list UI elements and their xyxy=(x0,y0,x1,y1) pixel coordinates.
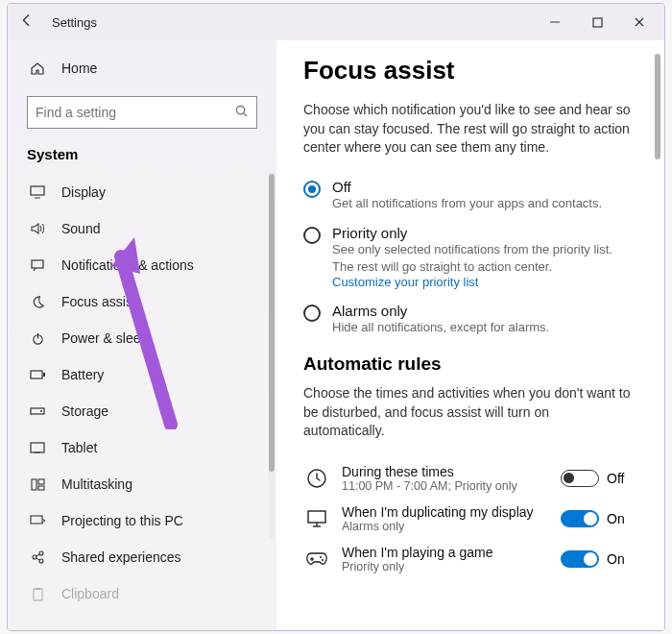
rule-subtitle: Priority only xyxy=(342,560,561,573)
rule-toggle-label: On xyxy=(607,511,634,526)
rule-duplicating-display[interactable]: When I'm duplicating my display Alarms o… xyxy=(303,499,634,539)
sidebar-item-label: Projecting to this PC xyxy=(61,513,183,528)
svg-point-12 xyxy=(40,410,42,412)
svg-rect-10 xyxy=(43,373,45,377)
sidebar-item-label: Focus assist xyxy=(61,294,136,309)
sidebar-home[interactable]: Home xyxy=(8,50,276,86)
rule-toggle-label: On xyxy=(607,551,634,567)
svg-rect-9 xyxy=(31,371,42,378)
search-box[interactable] xyxy=(27,96,257,129)
rule-during-times[interactable]: During these times 11:00 PM - 7:00 AM; P… xyxy=(303,458,634,499)
sidebar-item-label: Battery xyxy=(61,367,104,382)
svg-line-22 xyxy=(36,554,39,556)
sidebar-item-tablet[interactable]: Tablet xyxy=(8,429,276,466)
radio-off[interactable]: Off Get all notifications from your apps… xyxy=(303,175,634,222)
automatic-rules-intro: Choose the times and activities when you… xyxy=(303,384,634,441)
sidebar-scrollbar-thumb[interactable] xyxy=(269,174,275,472)
back-button[interactable] xyxy=(15,13,36,31)
svg-rect-16 xyxy=(38,479,44,484)
monitor-icon xyxy=(303,505,330,532)
rule-toggle-label: Off xyxy=(607,471,634,486)
svg-point-34 xyxy=(322,559,324,561)
rule-title: During these times xyxy=(342,464,561,479)
rule-toggle[interactable] xyxy=(561,550,599,568)
sidebar-item-label: Notifications & actions xyxy=(61,257,194,273)
sidebar: Home System Display Sound xyxy=(8,40,276,630)
radio-button-icon xyxy=(303,305,321,322)
projecting-icon xyxy=(27,515,48,527)
svg-rect-28 xyxy=(308,511,325,523)
svg-point-33 xyxy=(320,556,322,558)
gamepad-icon xyxy=(303,546,330,573)
rule-toggle[interactable] xyxy=(561,510,599,527)
svg-rect-15 xyxy=(32,479,36,490)
radio-button-icon xyxy=(303,181,321,198)
sidebar-item-multitasking[interactable]: Multitasking xyxy=(8,466,276,502)
notification-icon xyxy=(27,258,48,272)
close-button[interactable] xyxy=(618,4,660,40)
sidebar-item-shared[interactable]: Shared experiences xyxy=(8,539,276,575)
svg-line-23 xyxy=(36,558,39,560)
sidebar-item-label: Shared experiences xyxy=(61,549,181,565)
sidebar-item-clipboard[interactable]: Clipboard xyxy=(8,575,276,612)
sidebar-scrollbar[interactable] xyxy=(269,174,275,539)
rule-subtitle: Alarms only xyxy=(342,520,561,533)
moon-icon xyxy=(27,295,48,309)
multitask-icon xyxy=(27,478,48,491)
svg-rect-13 xyxy=(31,443,44,452)
radio-priority-only[interactable]: Priority only See only selected notifica… xyxy=(303,221,634,299)
power-icon xyxy=(27,331,48,346)
sidebar-item-label: Tablet xyxy=(61,440,97,455)
radio-alarms-only[interactable]: Alarms only Hide all notifications, exce… xyxy=(303,299,634,346)
sidebar-item-sound[interactable]: Sound xyxy=(8,210,276,247)
sidebar-item-storage[interactable]: Storage xyxy=(8,393,276,429)
rule-title: When I'm duplicating my display xyxy=(342,504,561,520)
clock-icon xyxy=(303,465,330,492)
sidebar-item-label: Clipboard xyxy=(61,586,119,601)
svg-line-3 xyxy=(244,112,247,115)
customize-priority-link[interactable]: Customize your priority list xyxy=(332,275,634,289)
sound-icon xyxy=(27,222,48,235)
sidebar-item-battery[interactable]: Battery xyxy=(8,356,276,393)
focus-mode-group: Off Get all notifications from your apps… xyxy=(303,175,634,346)
search-icon xyxy=(234,104,249,122)
svg-rect-6 xyxy=(32,260,43,268)
svg-rect-25 xyxy=(36,588,40,590)
rule-toggle[interactable] xyxy=(561,470,599,487)
window-title: Settings xyxy=(52,15,97,30)
page-title: Focus assist xyxy=(303,56,634,85)
main-scrollbar[interactable] xyxy=(655,54,660,630)
svg-rect-24 xyxy=(34,589,42,600)
sidebar-item-notifications[interactable]: Notifications & actions xyxy=(8,247,276,283)
main-scrollbar-thumb[interactable] xyxy=(655,54,660,159)
sidebar-home-label: Home xyxy=(61,61,97,76)
titlebar: Settings xyxy=(8,4,664,40)
tablet-icon xyxy=(27,442,48,454)
automatic-rules-heading: Automatic rules xyxy=(303,354,634,375)
home-icon xyxy=(27,61,48,76)
clipboard-icon xyxy=(27,587,48,601)
svg-rect-1 xyxy=(593,18,602,27)
radio-title: Priority only xyxy=(332,225,634,241)
sidebar-item-display[interactable]: Display xyxy=(8,174,276,210)
radio-title: Off xyxy=(332,179,602,195)
sidebar-item-power[interactable]: Power & sleep xyxy=(8,320,276,356)
minimize-button[interactable] xyxy=(534,4,576,40)
radio-desc: Hide all notifications, except for alarm… xyxy=(332,319,549,336)
sidebar-item-label: Power & sleep xyxy=(61,330,148,346)
maximize-button[interactable] xyxy=(576,4,618,40)
svg-rect-18 xyxy=(31,516,42,524)
sidebar-item-label: Display xyxy=(61,184,106,200)
search-input[interactable] xyxy=(36,105,234,120)
sidebar-item-label: Multitasking xyxy=(61,476,132,492)
svg-rect-4 xyxy=(31,186,44,195)
sidebar-item-projecting[interactable]: Projecting to this PC xyxy=(8,502,276,539)
storage-icon xyxy=(27,405,48,417)
radio-desc: See only selected notifications from the… xyxy=(332,241,634,275)
radio-desc: Get all notifications from your apps and… xyxy=(332,195,602,212)
settings-window: Settings Home Sy xyxy=(7,3,665,631)
rule-playing-game[interactable]: When I'm playing a game Priority only On xyxy=(303,539,634,579)
svg-point-2 xyxy=(236,106,244,113)
sidebar-item-focus-assist[interactable]: Focus assist xyxy=(8,283,276,320)
sidebar-category-title: System xyxy=(8,140,276,174)
